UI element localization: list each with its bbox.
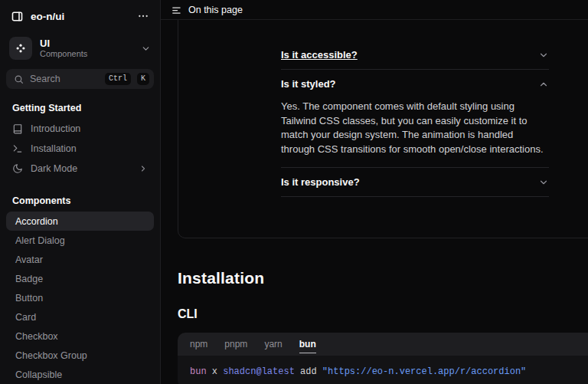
panel-logo-icon — [11, 10, 24, 23]
sidebar-item-label: Dark Mode — [31, 163, 77, 174]
tab-pnpm[interactable]: pnpm — [224, 333, 247, 356]
installation-heading: Installation — [178, 269, 588, 287]
project-text: UI Components — [40, 38, 87, 59]
accordion-answer: Yes. The component comes with default st… — [281, 98, 549, 168]
components-logo-icon — [9, 37, 32, 60]
more-menu-button[interactable] — [137, 10, 149, 22]
sidebar-item-alert-dialog[interactable]: Alert Dialog — [6, 231, 154, 250]
cli-heading: CLI — [178, 307, 588, 321]
section-label-getting-started: Getting Started — [12, 103, 148, 113]
search-icon — [14, 74, 24, 84]
sidebar-item-collapsible[interactable]: Collapsible — [6, 365, 154, 384]
accordion-question: Is it responsive? — [281, 176, 360, 188]
sidebar-item-avatar[interactable]: Avatar — [6, 250, 154, 269]
sidebar-item-checkbox-group[interactable]: Checkbox Group — [6, 346, 154, 365]
accordion-trigger-responsive[interactable]: Is it responsive? — [281, 168, 549, 197]
chevron-down-icon — [141, 44, 151, 54]
sidebar-item-label: Installation — [31, 143, 77, 154]
sidebar-item-badge[interactable]: Badge — [6, 269, 154, 288]
terminal-icon — [12, 143, 23, 154]
tab-yarn[interactable]: yarn — [264, 333, 282, 356]
accordion-question: Is it accessible? — [281, 49, 358, 61]
toc-list-icon — [172, 5, 182, 15]
accordion-trigger-accessible[interactable]: Is it accessible? — [281, 41, 549, 70]
sidebar-item-card[interactable]: Card — [6, 307, 154, 327]
search-input[interactable]: Search Ctrl K — [6, 69, 154, 89]
project-selector[interactable]: UI Components — [6, 32, 154, 64]
command-package: shadcn@latest — [223, 366, 295, 377]
install-command: bun x shadcn@latest add "https://eo-n.ve… — [178, 356, 588, 384]
accordion-trigger-styled[interactable]: Is it styled? — [281, 70, 549, 98]
sidebar-item-button[interactable]: Button — [6, 288, 154, 307]
section-label-components: Components — [12, 195, 148, 206]
main-content: On this page Is it accessible? Is it sty… — [161, 0, 588, 384]
command-url: "https://eo-n.vercel.app/r/accordion" — [322, 366, 526, 377]
moon-icon — [12, 163, 23, 174]
kbd-k: K — [137, 73, 149, 85]
sidebar-item-dark-mode[interactable]: Dark Mode — [6, 159, 154, 179]
chevron-right-icon — [139, 164, 148, 173]
on-this-page-bar[interactable]: On this page — [161, 0, 588, 20]
accordion-demo: Is it accessible? Is it styled? Yes. The… — [281, 41, 549, 197]
chevron-up-icon — [538, 79, 549, 90]
on-this-page-label: On this page — [188, 5, 243, 15]
chevron-down-icon — [538, 50, 549, 61]
project-name: UI — [40, 38, 87, 49]
doc-content: Is it accessible? Is it styled? Yes. The… — [161, 20, 588, 384]
search-placeholder: Search — [30, 74, 99, 84]
sidebar-item-label: Introduction — [31, 123, 80, 134]
sidebar-item-checkbox[interactable]: Checkbox — [6, 327, 154, 346]
tab-npm[interactable]: npm — [190, 333, 207, 356]
install-command-block: npm pnpm yarn bun bun x shadcn@latest ad… — [178, 333, 588, 384]
sidebar-header: eo-n/ui — [6, 2, 154, 31]
kbd-ctrl: Ctrl — [105, 73, 131, 85]
chevron-down-icon — [538, 177, 549, 188]
app-title: eo-n/ui — [31, 11, 64, 22]
sidebar-item-installation[interactable]: Installation — [6, 139, 154, 159]
accordion-question: Is it styled? — [281, 78, 336, 90]
book-icon — [12, 123, 23, 134]
component-preview-card: Is it accessible? Is it styled? Yes. The… — [178, 20, 588, 238]
sidebar-item-accordion[interactable]: Accordion — [6, 212, 154, 231]
command-bin: bun — [190, 366, 207, 377]
sidebar-item-introduction[interactable]: Introduction — [6, 119, 154, 139]
package-manager-tabs: npm pnpm yarn bun — [178, 333, 588, 356]
command-subcommand: add — [295, 366, 322, 377]
project-subtitle: Components — [40, 49, 87, 59]
sidebar: eo-n/ui UI Components Search Ctrl K G — [0, 0, 161, 384]
tab-bun[interactable]: bun — [299, 333, 316, 356]
command-runner: x — [207, 366, 224, 377]
